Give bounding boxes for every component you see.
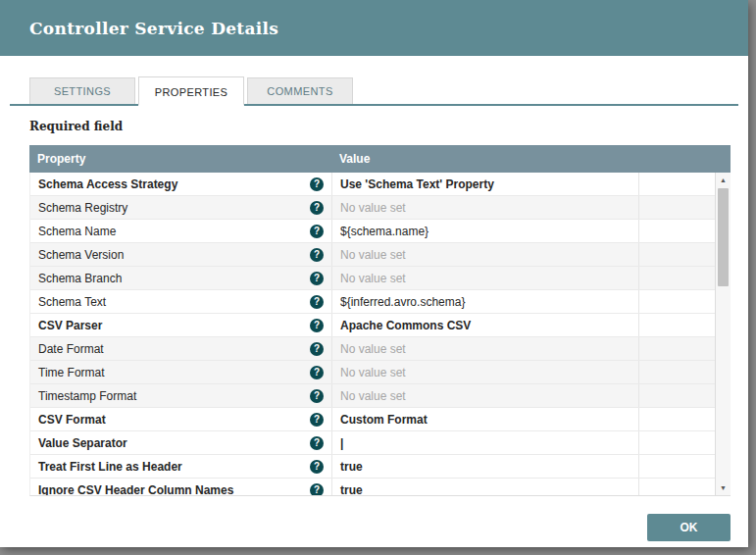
tab-bar: SETTINGS PROPERTIES COMMENTS — [10, 75, 738, 106]
empty-cell — [639, 220, 715, 242]
help-icon[interactable]: ? — [310, 460, 324, 474]
property-value: | — [340, 436, 343, 450]
property-name: Schema Registry — [38, 201, 127, 215]
tab-settings[interactable]: SETTINGS — [29, 77, 135, 104]
value-cell: ${inferred.avro.schema} — [332, 290, 639, 313]
help-icon[interactable]: ? — [310, 248, 324, 262]
property-cell: Schema Access Strategy ? — [30, 173, 332, 195]
property-value: No value set — [340, 366, 406, 379]
table-row: Value Separator ? | — [30, 431, 715, 455]
property-cell: CSV Format ? — [30, 408, 332, 430]
value-cell: ${schema.name} — [332, 220, 639, 242]
property-name: CSV Format — [38, 413, 106, 427]
property-value: ${schema.name} — [340, 225, 428, 238]
table-row: Schema Name ? ${schema.name} — [30, 220, 715, 243]
table-row: Timestamp Format ? No value set — [30, 384, 715, 408]
help-icon[interactable]: ? — [310, 201, 324, 215]
property-value: No value set — [340, 342, 406, 356]
empty-cell — [639, 243, 715, 266]
empty-cell — [639, 479, 715, 496]
column-header-property: Property — [29, 152, 331, 166]
property-cell: Timestamp Format ? — [30, 384, 332, 407]
property-name: Value Separator — [38, 436, 127, 450]
value-cell: Apache Commons CSV — [332, 314, 639, 336]
empty-cell — [639, 173, 715, 195]
tab-properties[interactable]: PROPERTIES — [138, 76, 244, 106]
dialog-header: Controller Service Details — [0, 0, 748, 56]
property-value: Custom Format — [340, 413, 428, 427]
tab-comments[interactable]: COMMENTS — [247, 77, 353, 104]
empty-cell — [639, 314, 715, 336]
help-icon[interactable]: ? — [310, 272, 324, 285]
value-cell: true — [332, 455, 639, 478]
property-value: true — [340, 483, 363, 497]
table-row: Schema Access Strategy ? Use 'Schema Tex… — [30, 173, 715, 196]
help-icon[interactable]: ? — [310, 483, 324, 497]
scroll-down-arrow-icon[interactable]: ▼ — [716, 480, 731, 495]
value-cell: No value set — [332, 243, 639, 266]
property-value: ${inferred.avro.schema} — [340, 295, 465, 309]
column-header-value: Value — [331, 152, 370, 166]
table-row: Schema Text ? ${inferred.avro.schema} — [30, 290, 715, 314]
table-row: Schema Version ? No value set — [30, 243, 715, 267]
table-row: Time Format ? No value set — [30, 361, 715, 384]
property-name: Date Format — [38, 342, 104, 356]
property-name: Schema Version — [38, 248, 124, 262]
property-cell: Schema Name ? — [30, 220, 332, 242]
property-cell: Schema Registry ? — [30, 196, 332, 219]
empty-cell — [639, 384, 715, 407]
property-cell: Ignore CSV Header Column Names ? — [30, 479, 332, 496]
empty-cell — [639, 267, 715, 289]
table-row: CSV Parser ? Apache Commons CSV — [30, 314, 715, 337]
empty-cell — [639, 455, 715, 478]
modal-overlay: Controller Service Details SETTINGS PROP… — [0, 0, 756, 555]
help-icon[interactable]: ? — [310, 225, 324, 238]
table-row: Schema Registry ? No value set — [30, 196, 715, 220]
property-name: Schema Branch — [38, 272, 122, 285]
property-cell: Schema Text ? — [30, 290, 332, 313]
help-icon[interactable]: ? — [310, 413, 324, 427]
value-cell: No value set — [332, 384, 639, 407]
empty-cell — [639, 290, 715, 313]
property-value: true — [340, 460, 363, 474]
help-icon[interactable]: ? — [310, 366, 324, 379]
table-header-row: Property Value — [29, 145, 731, 173]
value-cell: | — [332, 431, 639, 454]
vertical-scrollbar[interactable]: ▲ ▼ — [715, 173, 731, 495]
value-cell: No value set — [332, 267, 639, 289]
property-name: Schema Access Strategy — [38, 177, 177, 191]
property-name: CSV Parser — [38, 319, 102, 332]
value-cell: No value set — [332, 361, 639, 383]
property-cell: Schema Version ? — [30, 243, 332, 266]
table-row: Treat First Line as Header ? true — [30, 455, 715, 479]
help-icon[interactable]: ? — [310, 389, 324, 403]
property-value: No value set — [340, 389, 406, 403]
required-field-label: Required field — [29, 120, 748, 133]
property-value: No value set — [340, 248, 406, 262]
value-cell: Custom Format — [332, 408, 639, 430]
property-cell: Treat First Line as Header ? — [30, 455, 332, 478]
help-icon[interactable]: ? — [310, 295, 324, 309]
controller-service-details-dialog: Controller Service Details SETTINGS PROP… — [0, 0, 748, 547]
table-row: Ignore CSV Header Column Names ? true — [30, 479, 715, 496]
property-name: Ignore CSV Header Column Names — [38, 483, 233, 497]
property-name: Time Format — [38, 366, 105, 379]
property-name: Treat First Line as Header — [38, 460, 182, 474]
property-table: Property Value Schema Access Strategy ? … — [29, 145, 731, 496]
help-icon[interactable]: ? — [310, 319, 324, 332]
table-row: Schema Branch ? No value set — [30, 267, 715, 290]
property-value: Apache Commons CSV — [340, 319, 471, 332]
empty-cell — [639, 431, 715, 454]
help-icon[interactable]: ? — [310, 436, 324, 450]
help-icon[interactable]: ? — [310, 342, 324, 356]
scroll-up-arrow-icon[interactable]: ▲ — [716, 173, 731, 187]
table-row: Date Format ? No value set — [30, 337, 715, 361]
scrollbar-thumb[interactable] — [718, 188, 729, 286]
help-icon[interactable]: ? — [310, 177, 324, 191]
property-cell: Date Format ? — [30, 337, 332, 360]
property-cell: Schema Branch ? — [30, 267, 332, 289]
ok-button[interactable]: OK — [647, 514, 731, 541]
property-name: Timestamp Format — [38, 389, 136, 403]
property-name: Schema Name — [38, 225, 116, 238]
property-value: Use 'Schema Text' Property — [340, 177, 494, 191]
